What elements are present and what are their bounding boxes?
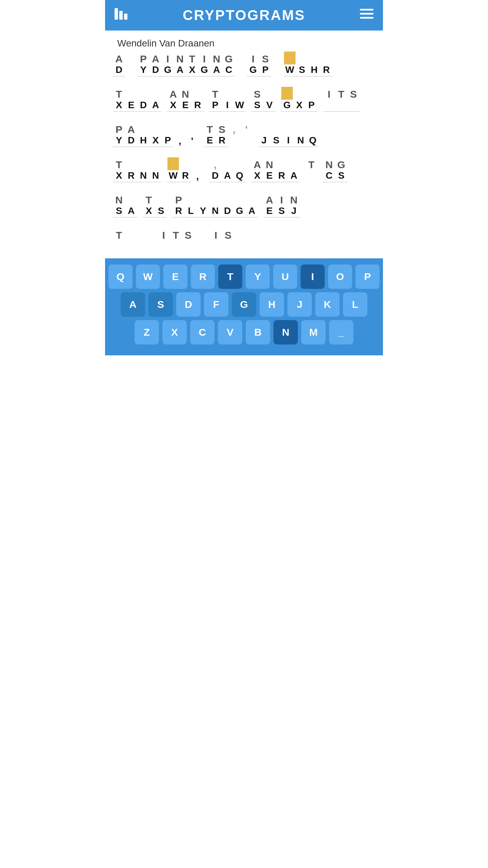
key-d[interactable]: D [176, 292, 201, 317]
cipher-letter[interactable]: W [284, 64, 296, 77]
cipher-letter[interactable]: E [180, 100, 191, 112]
cipher-letter[interactable]: R [173, 205, 184, 218]
cipher-letter[interactable]: D [125, 135, 137, 147]
key-m[interactable]: M [301, 320, 326, 344]
cipher-letter[interactable]: J [288, 205, 300, 218]
cipher-letter[interactable]: L [185, 205, 197, 218]
cipher-letter[interactable]: A [246, 205, 258, 218]
key-a[interactable]: A [121, 292, 145, 317]
cipher-letter[interactable]: H [308, 64, 320, 77]
cipher-letter[interactable]: P [162, 135, 174, 147]
cipher-letter[interactable]: A [174, 64, 186, 77]
cipher-letter[interactable]: X [143, 205, 155, 218]
cipher-letter[interactable]: A [211, 64, 222, 77]
cipher-letter[interactable]: D [150, 64, 161, 77]
cipher-letter[interactable] [323, 100, 335, 112]
cipher-letter[interactable]: A [288, 170, 300, 182]
cipher-letter[interactable]: X [113, 170, 125, 182]
key-g[interactable]: G [232, 292, 256, 317]
cipher-letter[interactable]: N [150, 170, 161, 182]
cipher-letter[interactable]: X [186, 64, 198, 77]
key-u[interactable]: U [273, 264, 297, 289]
key-l[interactable]: L [343, 292, 367, 317]
cipher-letter[interactable]: R [276, 170, 287, 182]
key-f[interactable]: F [204, 292, 228, 317]
cipher-letter[interactable]: P [209, 100, 221, 112]
cipher-letter[interactable]: N [138, 170, 149, 182]
key-z[interactable]: Z [135, 320, 159, 344]
cipher-letter[interactable]: G [247, 64, 259, 77]
key-w[interactable]: W [136, 264, 160, 289]
cipher-letter[interactable]: V [264, 100, 275, 112]
cipher-letter[interactable]: Y [138, 64, 149, 77]
cipher-letter[interactable]: X [150, 135, 161, 147]
cipher-letter[interactable]: E [264, 170, 275, 182]
cipher-letter[interactable]: R [125, 170, 137, 182]
cipher-letter[interactable]: X [113, 100, 125, 112]
key-o[interactable]: O [328, 264, 352, 289]
key-s[interactable]: S [148, 292, 173, 317]
cipher-letter[interactable]: J [258, 135, 270, 147]
cipher-letter[interactable]: N [295, 135, 306, 147]
cipher-letter[interactable]: X [251, 170, 263, 182]
key-e[interactable]: E [163, 264, 187, 289]
cipher-letter[interactable]: G [234, 205, 245, 218]
menu-icon[interactable] [360, 9, 373, 22]
cipher-letter[interactable]: A [222, 170, 233, 182]
cipher-letter[interactable]: P [306, 100, 317, 112]
cipher-letter[interactable]: S [336, 170, 347, 182]
cipher-letter[interactable]: I [222, 100, 233, 112]
cipher-letter[interactable]: C [223, 64, 235, 77]
cipher-letter[interactable]: H [138, 135, 149, 147]
cipher-letter[interactable]: Q [307, 135, 319, 147]
key-k[interactable]: K [315, 292, 340, 317]
cipher-letter[interactable]: S [251, 100, 263, 112]
cipher-letter[interactable]: S [276, 205, 287, 218]
key-x[interactable]: X [162, 320, 187, 344]
key-y[interactable]: Y [246, 264, 270, 289]
cipher-letter[interactable]: S [113, 205, 125, 218]
cipher-letter[interactable]: S [296, 64, 308, 77]
key-q[interactable]: Q [108, 264, 133, 289]
cipher-letter[interactable] [348, 100, 359, 112]
cipher-letter[interactable]: R [180, 170, 191, 182]
cipher-letter[interactable]: I [283, 135, 294, 147]
cipher-letter[interactable]: G [199, 64, 210, 77]
key-j[interactable]: J [287, 292, 312, 317]
key-underscore[interactable]: _ [329, 320, 353, 344]
cipher-letter[interactable]: W [234, 100, 245, 112]
cipher-letter[interactable]: G [162, 64, 174, 77]
cipher-letter[interactable]: E [204, 135, 216, 147]
cipher-letter[interactable]: X [167, 100, 179, 112]
cipher-letter[interactable]: Y [113, 135, 125, 147]
cipher-letter[interactable]: Y [197, 205, 209, 218]
cipher-letter[interactable]: P [260, 64, 271, 77]
cipher-letter[interactable] [336, 100, 347, 112]
cipher-letter[interactable]: N [209, 205, 221, 218]
cipher-letter[interactable]: S [155, 205, 167, 218]
cipher-letter[interactable]: D [209, 170, 221, 182]
key-n[interactable]: N [273, 320, 298, 344]
key-b[interactable]: B [246, 320, 270, 344]
cipher-letter[interactable]: A [150, 100, 161, 112]
key-p[interactable]: P [355, 264, 380, 289]
cipher-letter[interactable]: D [113, 64, 125, 77]
cipher-letter[interactable]: C [323, 170, 335, 182]
cipher-letter[interactable]: E [125, 100, 137, 112]
cipher-letter[interactable]: G [281, 100, 293, 112]
cipher-letter[interactable]: X [293, 100, 305, 112]
cipher-letter[interactable]: W [167, 170, 179, 182]
key-t[interactable]: T [218, 264, 242, 289]
cipher-letter[interactable]: R [216, 135, 228, 147]
cipher-letter[interactable]: S [270, 135, 282, 147]
cipher-letter[interactable]: Q [234, 170, 245, 182]
key-h[interactable]: H [260, 292, 284, 317]
cipher-letter[interactable]: R [321, 64, 332, 77]
key-v[interactable]: V [218, 320, 242, 344]
cipher-letter[interactable]: D [222, 205, 233, 218]
key-r[interactable]: R [191, 264, 215, 289]
cipher-letter[interactable]: E [264, 205, 275, 218]
cipher-letter[interactable]: A [125, 205, 137, 218]
cipher-letter[interactable]: D [138, 100, 149, 112]
key-c[interactable]: C [190, 320, 215, 344]
